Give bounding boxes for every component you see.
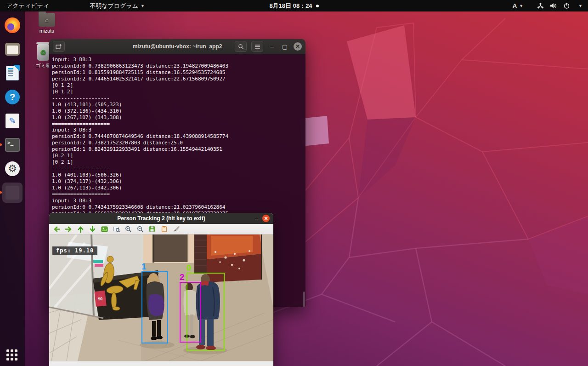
terminal-line: persionId:2 0.738217523207803 distance:2…: [52, 140, 303, 146]
tracker-title: Person Tracking 2 (hit key to exit): [117, 215, 205, 222]
writer-icon: [6, 66, 19, 80]
pan-left-button[interactable]: [52, 225, 61, 233]
pan-right-button[interactable]: [64, 225, 73, 233]
terminal-line: 1.0 (401,103)-(506,326): [52, 172, 303, 178]
close-button[interactable]: ✕: [262, 215, 270, 222]
new-tab-icon: [56, 44, 62, 49]
terminal-line: 1.0 (374,137)-(432,306): [52, 178, 303, 185]
terminal-line: [0 1 2]: [52, 82, 303, 89]
dock-item-firefox[interactable]: [2, 15, 23, 35]
terminal-line: ===================: [52, 191, 303, 198]
close-button[interactable]: ✕: [294, 42, 302, 51]
clock-button[interactable]: 8月18日 08：24: [265, 0, 323, 11]
app-menu-button[interactable]: 不明なプログラム ▼: [85, 0, 149, 11]
input-method-button[interactable]: A ▼: [508, 0, 528, 11]
image-icon: [101, 226, 108, 232]
properties-button[interactable]: [171, 225, 181, 233]
terminal-line: input: 3 DB:3: [52, 127, 303, 133]
terminal-line: [0 1 2]: [52, 89, 303, 95]
running-indicator-dot: [0, 143, 2, 146]
text-editor-icon: ✎: [6, 114, 19, 128]
maximize-button[interactable]: ▢: [281, 43, 289, 50]
chevron-down-icon: ▼: [578, 4, 582, 8]
tracker-titlebar[interactable]: Person Tracking 2 (hit key to exit) – ✕: [49, 213, 273, 224]
fps-overlay: fps: 19.10: [52, 246, 97, 255]
arrow-left-icon: [53, 226, 60, 232]
pan-up-button[interactable]: [76, 225, 85, 233]
pan-down-button[interactable]: [88, 225, 97, 233]
terminal-line: [0 2 1]: [52, 159, 303, 166]
dock-item-help[interactable]: ?: [2, 87, 23, 107]
terminal-line: persionId:2 0.7446514025321417 distance:…: [52, 76, 303, 82]
zoom-in-icon: [125, 226, 131, 232]
terminal-menu-button[interactable]: [251, 41, 263, 52]
minimize-button[interactable]: –: [268, 43, 276, 50]
dock-item-text-editor[interactable]: ✎: [2, 111, 23, 131]
person-id-label: 1: [141, 262, 147, 271]
bounding-box-person-1: 1: [141, 271, 168, 343]
terminal-titlebar[interactable]: mizutu@ubuntu-vbox: ~/run_app2 – ▢ ✕: [49, 39, 305, 54]
home-icon: ⌂: [39, 13, 55, 27]
dock-item-terminal[interactable]: >_: [2, 135, 23, 155]
zoom-reset-button[interactable]: [100, 225, 109, 233]
arrow-down-icon: [90, 226, 96, 233]
system-tray-button[interactable]: ▼: [528, 2, 588, 9]
show-applications-button[interactable]: [6, 349, 18, 361]
home-folder-icon: ⌂: [39, 13, 55, 27]
person-id-label: 0: [187, 263, 192, 273]
generic-app-icon: [6, 186, 19, 200]
desktop: アクティビティ 不明なプログラム ▼ 8月18日 08：24 A ▼: [0, 0, 588, 366]
activities-button[interactable]: アクティビティ: [2, 0, 54, 11]
terminal-line: [0 2 1]: [52, 153, 303, 159]
terminal-line: ===================: [52, 121, 303, 127]
files-icon: [5, 43, 20, 56]
settings-gear-icon: ⚙: [5, 161, 20, 176]
tracker-statusbar: [49, 361, 273, 366]
new-tab-button[interactable]: [53, 41, 65, 52]
zoom-in-button[interactable]: [124, 225, 133, 233]
chevron-down-icon: ▼: [519, 4, 523, 8]
save-image-button[interactable]: [147, 225, 157, 233]
top-bar: アクティビティ 不明なプログラム ▼ 8月18日 08：24 A ▼: [0, 0, 588, 11]
terminal-line: persionId:0 0.7444870874649546 distance:…: [52, 133, 303, 140]
hamburger-menu-icon: [254, 44, 260, 49]
zoom-selection-icon: [113, 226, 120, 232]
search-icon: [238, 44, 244, 50]
person-id-label: 2: [180, 273, 185, 282]
terminal-line: input: 3 DB:3: [52, 57, 303, 63]
terminal-line: 1.0 (413,101)-(505,323): [52, 102, 303, 108]
terminal-line: -------------------: [52, 95, 303, 102]
desktop-icon-home-folder[interactable]: ⌂ mizutu: [32, 13, 62, 34]
terminal-line: persionId:1 0.824329122933491 distance:1…: [52, 146, 303, 153]
arrow-right-icon: [65, 226, 72, 232]
power-icon: [563, 2, 570, 9]
copy-button[interactable]: [159, 225, 169, 233]
recycle-icon: ♻: [37, 44, 49, 61]
zoom-out-icon: [137, 226, 143, 232]
tracker-video-frame[interactable]: 50: [49, 234, 273, 361]
terminal-scrollbar[interactable]: [303, 292, 305, 307]
running-indicator-dot: [0, 191, 2, 194]
minimize-button[interactable]: –: [255, 215, 258, 222]
svg-text:50: 50: [98, 296, 103, 301]
terminal-line: persionId:0 0.7434175923346608 distance:…: [52, 204, 303, 211]
arrow-up-icon: [78, 226, 84, 233]
terminal-line: 1.0 (267,113)-(342,306): [52, 185, 303, 191]
dock-item-libreoffice-writer[interactable]: [2, 63, 23, 83]
terminal-icon: >_: [5, 138, 20, 152]
dock-item-files[interactable]: [2, 39, 23, 59]
dock-item-settings[interactable]: ⚙: [2, 159, 23, 179]
volume-icon: [550, 2, 557, 9]
brush-icon: [173, 226, 180, 232]
save-icon: [149, 226, 155, 232]
clipboard-icon: [161, 226, 167, 232]
terminal-line: persionId:0 0.7382906863123473 distance:…: [52, 63, 303, 69]
zoom-selection-button[interactable]: [112, 225, 121, 233]
terminal-line: persionId:1 0.8155919884725115 distance:…: [52, 69, 303, 76]
terminal-search-button[interactable]: [235, 41, 247, 52]
dock-item-active-app[interactable]: [2, 183, 23, 203]
tracker-toolbar: [49, 224, 273, 234]
terminal-output: input: 3 DB:3persionId:0 0.7382906863123…: [52, 57, 303, 217]
network-icon: [537, 2, 544, 9]
zoom-out-button[interactable]: [136, 225, 145, 233]
